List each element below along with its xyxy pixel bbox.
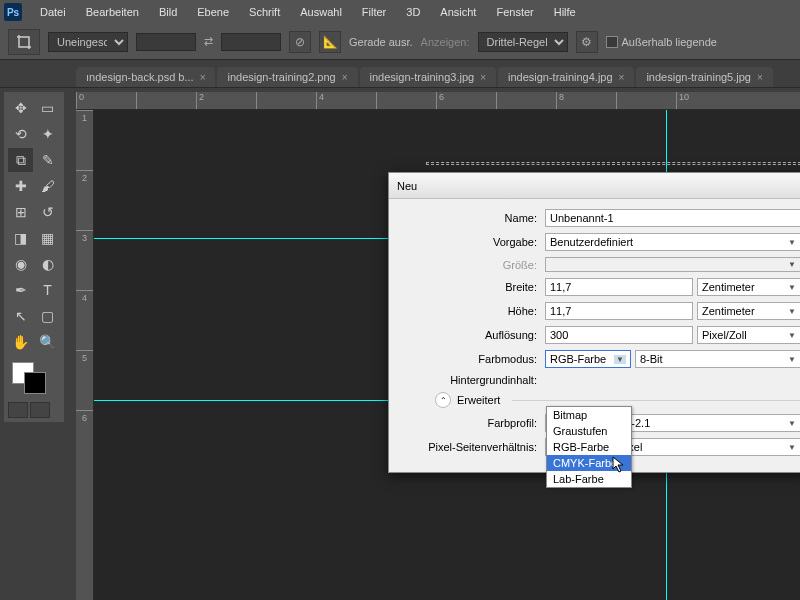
- dropdown-option[interactable]: RGB-Farbe: [547, 439, 631, 455]
- resolution-unit-select[interactable]: Pixel/Zoll▼: [697, 326, 800, 344]
- document-tab[interactable]: ındesign-back.psd b...×: [76, 67, 215, 87]
- color-mode-dropdown: Bitmap Graustufen RGB-Farbe CMYK-Farbe L…: [546, 406, 632, 488]
- photoshop-logo: Ps: [4, 3, 22, 21]
- healing-tool-icon[interactable]: ✚: [8, 174, 33, 198]
- brush-tool-icon[interactable]: 🖌: [35, 174, 60, 198]
- toolbox: ✥ ▭ ⟲ ✦ ⧉ ✎ ✚ 🖌 ⊞ ↺ ◨ ▦ ◉ ◐ ✒ T ↖ ▢ ✋ 🔍: [4, 92, 64, 422]
- swap-icon[interactable]: ⇄: [204, 35, 213, 48]
- dropdown-option[interactable]: Graustufen: [547, 423, 631, 439]
- crop-width-input[interactable]: [136, 33, 196, 51]
- collapse-icon[interactable]: ⌃: [435, 392, 451, 408]
- size-select: ▼: [545, 257, 800, 272]
- dialog-titlebar[interactable]: Neu: [389, 173, 800, 199]
- vertical-ruler: 12 34 56: [76, 110, 94, 600]
- advanced-label: Erweitert: [457, 394, 500, 406]
- name-label: Name:: [395, 212, 545, 224]
- document-tab[interactable]: indesign-training3.jpg×: [360, 67, 496, 87]
- color-profile-label: Farbprofil:: [395, 417, 545, 429]
- menu-filter[interactable]: Filter: [352, 6, 396, 18]
- shape-tool-icon[interactable]: ▢: [35, 304, 60, 328]
- color-swatches[interactable]: [8, 360, 60, 398]
- name-input[interactable]: [545, 209, 800, 227]
- stamp-tool-icon[interactable]: ⊞: [8, 200, 33, 224]
- pen-tool-icon[interactable]: ✒: [8, 278, 33, 302]
- selection-marquee: [426, 162, 800, 165]
- crop-tool-preset-icon[interactable]: [8, 29, 40, 55]
- menu-bearbeiten[interactable]: Bearbeiten: [76, 6, 149, 18]
- eraser-tool-icon[interactable]: ◨: [8, 226, 33, 250]
- document-tab[interactable]: indesign-training5.jpg×: [636, 67, 772, 87]
- eyedropper-tool-icon[interactable]: ✎: [35, 148, 60, 172]
- menu-bild[interactable]: Bild: [149, 6, 187, 18]
- zoom-tool-icon[interactable]: 🔍: [35, 330, 60, 354]
- menu-3d[interactable]: 3D: [396, 6, 430, 18]
- overlay-select[interactable]: Drittel-Regel: [478, 32, 568, 52]
- clear-icon[interactable]: ⊘: [289, 31, 311, 53]
- size-label: Größe:: [395, 259, 545, 271]
- resolution-label: Auflösung:: [395, 329, 545, 341]
- menu-schrift[interactable]: Schrift: [239, 6, 290, 18]
- gradient-tool-icon[interactable]: ▦: [35, 226, 60, 250]
- blur-tool-icon[interactable]: ◉: [8, 252, 33, 276]
- delete-outside-label: Außerhalb liegende: [622, 36, 717, 48]
- resolution-input[interactable]: [545, 326, 693, 344]
- magic-wand-tool-icon[interactable]: ✦: [35, 122, 60, 146]
- view-label: Anzeigen:: [421, 36, 470, 48]
- menubar: Ps Datei Bearbeiten Bild Ebene Schrift A…: [0, 0, 800, 24]
- menu-datei[interactable]: Datei: [30, 6, 76, 18]
- close-icon[interactable]: ×: [757, 72, 763, 83]
- preset-select[interactable]: Benutzerdefiniert▼: [545, 233, 800, 251]
- color-mode-label: Farbmodus:: [395, 353, 545, 365]
- delete-outside-checkbox[interactable]: Außerhalb liegende: [606, 36, 717, 48]
- menu-auswahl[interactable]: Auswahl: [290, 6, 352, 18]
- gear-icon[interactable]: ⚙: [576, 31, 598, 53]
- history-brush-tool-icon[interactable]: ↺: [35, 200, 60, 224]
- path-tool-icon[interactable]: ↖: [8, 304, 33, 328]
- crop-tool-icon[interactable]: ⧉: [8, 148, 33, 172]
- background-swatch[interactable]: [24, 372, 46, 394]
- straighten-label: Gerade ausr.: [349, 36, 413, 48]
- width-input[interactable]: [545, 278, 693, 296]
- preset-label: Vorgabe:: [395, 236, 545, 248]
- hand-tool-icon[interactable]: ✋: [8, 330, 33, 354]
- straighten-icon[interactable]: 📐: [319, 31, 341, 53]
- color-mode-select[interactable]: RGB-Farbe▼: [545, 350, 631, 368]
- document-tab[interactable]: indesign-training4.jpg×: [498, 67, 634, 87]
- marquee-tool-icon[interactable]: ▭: [35, 96, 60, 120]
- screen-mode-icon[interactable]: [30, 402, 50, 418]
- document-tab[interactable]: indesign-training2.png×: [217, 67, 357, 87]
- height-label: Höhe:: [395, 305, 545, 317]
- bit-depth-select[interactable]: 8-Bit▼: [635, 350, 800, 368]
- document-tabs: ındesign-back.psd b...× indesign-trainin…: [0, 60, 800, 88]
- dodge-tool-icon[interactable]: ◐: [35, 252, 60, 276]
- crop-height-input[interactable]: [221, 33, 281, 51]
- menu-fenster[interactable]: Fenster: [486, 6, 543, 18]
- menu-ebene[interactable]: Ebene: [187, 6, 239, 18]
- move-tool-icon[interactable]: ✥: [8, 96, 33, 120]
- close-icon[interactable]: ×: [480, 72, 486, 83]
- aspect-ratio-select[interactable]: Uneingeschränkt: [48, 32, 128, 52]
- dropdown-option[interactable]: CMYK-Farbe: [547, 455, 631, 471]
- lasso-tool-icon[interactable]: ⟲: [8, 122, 33, 146]
- menu-hilfe[interactable]: Hilfe: [544, 6, 586, 18]
- dropdown-option[interactable]: Bitmap: [547, 407, 631, 423]
- background-label: Hintergrundinhalt:: [395, 374, 545, 386]
- height-input[interactable]: [545, 302, 693, 320]
- close-icon[interactable]: ×: [619, 72, 625, 83]
- close-icon[interactable]: ×: [342, 72, 348, 83]
- type-tool-icon[interactable]: T: [35, 278, 60, 302]
- width-label: Breite:: [395, 281, 545, 293]
- options-bar: Uneingeschränkt ⇄ ⊘ 📐 Gerade ausr. Anzei…: [0, 24, 800, 60]
- horizontal-ruler: 0 2 4 6 8 10: [76, 92, 800, 110]
- menu-ansicht[interactable]: Ansicht: [430, 6, 486, 18]
- pixel-aspect-label: Pixel-Seitenverhältnis:: [395, 441, 545, 453]
- height-unit-select[interactable]: Zentimeter▼: [697, 302, 800, 320]
- close-icon[interactable]: ×: [200, 72, 206, 83]
- quick-mask-icon[interactable]: [8, 402, 28, 418]
- dropdown-option[interactable]: Lab-Farbe: [547, 471, 631, 487]
- dialog-title: Neu: [397, 180, 417, 192]
- width-unit-select[interactable]: Zentimeter▼: [697, 278, 800, 296]
